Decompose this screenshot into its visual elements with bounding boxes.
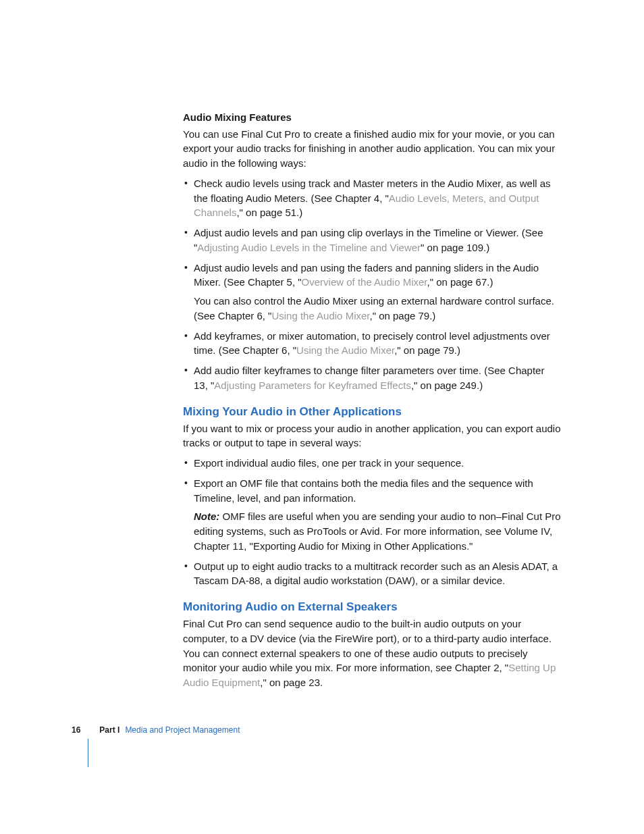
list-item: Export an OMF file that contains both th… <box>183 476 561 554</box>
list-item: Adjust audio levels and pan using the fa… <box>183 261 561 323</box>
list-text: " on page 109.) <box>421 242 489 253</box>
note-body: OMF files are useful when you are sendin… <box>194 511 561 552</box>
bullet-list: Export individual audio files, one per t… <box>183 456 561 588</box>
page-footer: 16 Part IMedia and Project Management <box>72 725 544 735</box>
body-text: Final Cut Pro can send sequence audio to… <box>183 618 552 673</box>
list-item: Adjust audio levels and pan using clip o… <box>183 226 561 255</box>
sub-paragraph: You can also control the Audio Mixer usi… <box>194 294 561 323</box>
body-content: Audio Mixing Features You can use Final … <box>183 111 561 696</box>
cross-reference-link[interactable]: Adjusting Audio Levels in the Timeline a… <box>197 242 421 253</box>
footer-label: Part IMedia and Project Management <box>99 725 240 735</box>
page-number: 16 <box>72 725 80 735</box>
section-heading: Mixing Your Audio in Other Applications <box>183 405 561 419</box>
list-text: ," on page 51.) <box>236 207 302 218</box>
document-page: Audio Mixing Features You can use Final … <box>0 0 644 834</box>
section-heading: Monitoring Audio on External Speakers <box>183 600 561 614</box>
subsection-heading: Audio Mixing Features <box>183 111 561 124</box>
list-text: ," on page 79.) <box>394 344 460 356</box>
body-paragraph: Final Cut Pro can send sequence audio to… <box>183 617 561 690</box>
list-item: Check audio levels using track and Maste… <box>183 176 561 220</box>
cross-reference-link[interactable]: Using the Audio Mixer <box>271 310 369 321</box>
footer-divider <box>88 739 88 767</box>
list-item: Export individual audio files, one per t… <box>183 456 561 471</box>
list-text: Export an OMF file that contains both th… <box>194 477 533 504</box>
body-text: ," on page 23. <box>260 677 323 688</box>
note-label: Note: <box>194 511 223 522</box>
list-text: ," on page 67.) <box>427 276 493 288</box>
intro-paragraph: If you want to mix or process your audio… <box>183 421 561 451</box>
list-item: Add audio filter keyframes to change fil… <box>183 363 561 393</box>
list-item: Output up to eight audio tracks to a mul… <box>183 559 561 589</box>
part-title: Media and Project Management <box>125 725 240 735</box>
list-item: Add keyframes, or mixer automation, to p… <box>183 329 561 359</box>
list-text: ," on page 249.) <box>411 380 483 391</box>
part-label: Part I <box>99 725 119 735</box>
cross-reference-link[interactable]: Adjusting Parameters for Keyframed Effec… <box>214 380 411 391</box>
cross-reference-link[interactable]: Using the Audio Mixer <box>296 344 394 356</box>
list-text: ," on page 79.) <box>369 310 435 321</box>
intro-paragraph: You can use Final Cut Pro to create a fi… <box>183 127 561 171</box>
cross-reference-link[interactable]: Overview of the Audio Mixer <box>302 276 427 288</box>
note-paragraph: Note: OMF files are useful when you are … <box>194 509 561 553</box>
bullet-list: Check audio levels using track and Maste… <box>183 176 561 393</box>
